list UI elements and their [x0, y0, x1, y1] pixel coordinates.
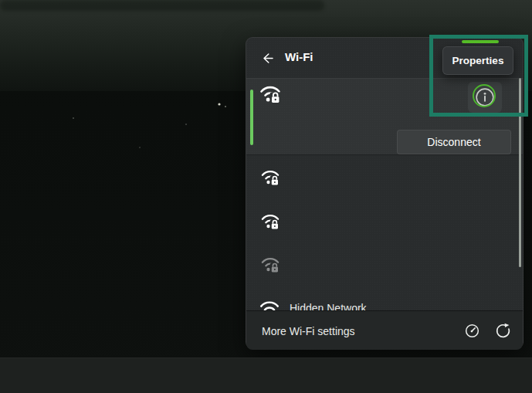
disconnect-button[interactable]: Disconnect — [397, 130, 511, 154]
panel-title: Wi-Fi — [285, 50, 313, 63]
back-arrow-icon — [260, 51, 275, 66]
annotation-green-line — [462, 40, 499, 43]
more-wifi-settings-link[interactable]: More Wi-Fi settings — [262, 325, 355, 337]
data-usage-gauge-icon — [464, 323, 480, 339]
wifi-lock-icon — [259, 210, 281, 232]
connected-accent-bar — [250, 90, 253, 145]
refresh-icon — [495, 323, 511, 339]
network-list-item[interactable] — [246, 199, 523, 243]
disconnect-label: Disconnect — [427, 136, 480, 148]
panel-footer: More Wi-Fi settings — [246, 310, 523, 350]
wifi-lock-weak-icon — [259, 253, 281, 275]
network-list-item[interactable] — [246, 155, 523, 199]
network-list-item[interactable] — [246, 243, 523, 287]
taskbar: ENG IN — [0, 357, 532, 393]
data-usage-button[interactable] — [463, 322, 480, 339]
back-button[interactable] — [256, 47, 278, 69]
refresh-button[interactable] — [494, 322, 511, 339]
annotation-circle-highlight — [473, 84, 496, 107]
wifi-lock-icon — [259, 166, 281, 188]
wifi-lock-icon — [258, 81, 283, 106]
